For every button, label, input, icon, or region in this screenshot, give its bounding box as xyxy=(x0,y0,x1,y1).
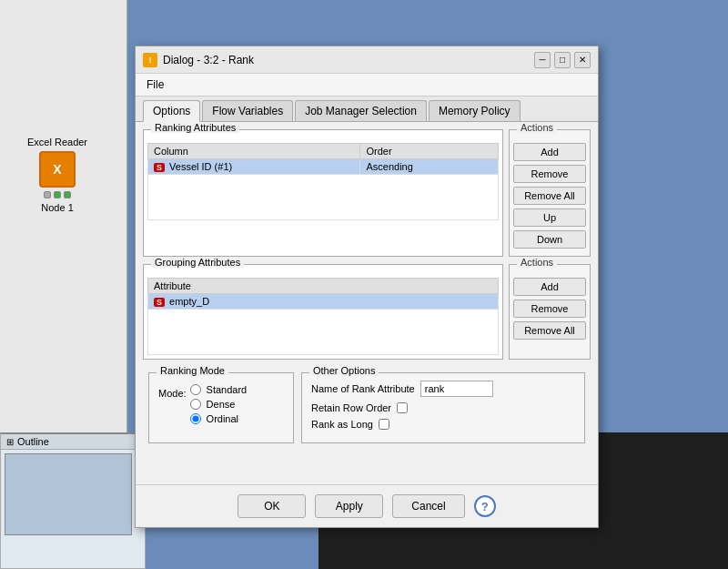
close-button[interactable]: ✕ xyxy=(574,52,591,68)
ok-button[interactable]: OK xyxy=(238,494,306,518)
mode-ordinal-radio[interactable] xyxy=(190,413,201,424)
name-rank-attr-row: Name of Rank Attribute xyxy=(311,381,575,397)
excel-reader-icon: X xyxy=(39,151,76,188)
grouping-actions-panel: Actions Add Remove Remove All xyxy=(509,264,591,360)
rank-as-long-label: Rank as Long xyxy=(311,419,373,430)
table-empty-row xyxy=(148,175,499,220)
retain-row-order-checkbox[interactable] xyxy=(397,402,408,413)
title-bar: ! Dialog - 3:2 - Rank ─ □ ✕ xyxy=(136,46,598,74)
ranking-up-button[interactable]: Up xyxy=(513,208,586,227)
node-dot-2 xyxy=(54,191,61,198)
retain-row-order-label: Retain Row Order xyxy=(311,402,391,413)
grouping-actions-title: Actions xyxy=(517,257,557,268)
ranking-attributes-group: Ranking Attributes Column Order S Vessel… xyxy=(143,129,591,257)
ranking-table: Column Order S Vessel ID (#1) Ascending xyxy=(147,143,499,220)
tab-flow-variables[interactable]: Flow Variables xyxy=(202,100,293,121)
retain-row-order-row: Retain Row Order xyxy=(311,402,575,413)
ranking-mode-title: Ranking Mode xyxy=(157,365,228,376)
minimize-button[interactable]: ─ xyxy=(534,52,551,68)
tabs-container: Options Flow Variables Job Manager Selec… xyxy=(136,97,598,122)
ranking-attributes-title: Ranking Attributes xyxy=(151,122,239,133)
ranking-remove-button[interactable]: Remove xyxy=(513,165,586,183)
name-rank-label: Name of Rank Attribute xyxy=(311,383,415,394)
ranking-attributes-box: Ranking Attributes Column Order S Vessel… xyxy=(143,129,503,257)
mode-ordinal-row: Ordinal xyxy=(190,413,248,424)
ranking-column-cell: S Vessel ID (#1) xyxy=(148,159,360,175)
cancel-button[interactable]: Cancel xyxy=(392,494,464,518)
bottom-options: Ranking Mode Mode: Standard Dense xyxy=(143,367,591,449)
outline-icon: ⊞ xyxy=(6,437,14,447)
other-options-title: Other Options xyxy=(309,365,379,376)
attribute-header: Attribute xyxy=(148,279,499,294)
mode-dense-row: Dense xyxy=(190,399,248,410)
grouping-attributes-group: Grouping Attributes Attribute S empty_D xyxy=(143,264,591,360)
node-name-label: Node 1 xyxy=(27,202,87,213)
help-button[interactable]: ? xyxy=(474,495,496,517)
ranking-remove-all-button[interactable]: Remove All xyxy=(513,187,586,205)
mode-standard-row: Standard xyxy=(190,384,248,395)
s-badge: S xyxy=(154,163,165,172)
grouping-table: Attribute S empty_D xyxy=(147,278,499,355)
outline-panel: ⊞ Outline x xyxy=(0,432,146,569)
mode-options: Standard Dense Ordinal xyxy=(190,384,248,428)
ranking-order-cell: Ascending xyxy=(360,159,499,175)
file-menu[interactable]: File xyxy=(143,76,167,93)
column-header: Column xyxy=(148,144,360,159)
grouping-attributes-title: Grouping Attributes xyxy=(151,257,244,268)
outline-content xyxy=(1,450,145,539)
menu-bar: File xyxy=(136,74,598,97)
other-options-box: Other Options Name of Rank Attribute Ret… xyxy=(301,372,585,443)
table-row[interactable]: S Vessel ID (#1) Ascending xyxy=(148,159,499,175)
title-buttons: ─ □ ✕ xyxy=(534,52,591,68)
ranking-actions-title: Actions xyxy=(517,122,557,133)
grouping-remove-button[interactable]: Remove xyxy=(513,300,586,318)
order-header: Order xyxy=(360,144,499,159)
dialog-title: Dialog - 3:2 - Rank xyxy=(163,54,534,66)
dialog-icon: ! xyxy=(143,53,157,67)
apply-button[interactable]: Apply xyxy=(315,494,383,518)
rank-as-long-row: Rank as Long xyxy=(311,419,575,430)
grouping-add-button[interactable]: Add xyxy=(513,278,586,296)
mode-dense-label: Dense xyxy=(207,399,236,410)
grouping-attribute-cell: S empty_D xyxy=(148,294,499,310)
tab-job-manager[interactable]: Job Manager Selection xyxy=(295,100,427,121)
dialog-window: ! Dialog - 3:2 - Rank ─ □ ✕ File Options… xyxy=(135,46,599,528)
ranking-mode-box: Ranking Mode Mode: Standard Dense xyxy=(148,372,294,443)
left-panel: Excel Reader X Node 1 xyxy=(0,0,127,455)
dialog-footer: OK Apply Cancel ? xyxy=(136,484,598,527)
grouping-attributes-box: Grouping Attributes Attribute S empty_D xyxy=(143,264,503,360)
mode-standard-radio[interactable] xyxy=(190,384,201,395)
table-row[interactable]: S empty_D xyxy=(148,294,499,310)
excel-reader-node: Excel Reader X Node 1 xyxy=(27,137,87,213)
ranking-down-button[interactable]: Down xyxy=(513,230,586,249)
mode-label: Mode: xyxy=(158,388,187,399)
name-rank-input[interactable] xyxy=(420,381,493,397)
node-dot-1 xyxy=(44,191,51,198)
dialog-content: Ranking Attributes Column Order S Vessel… xyxy=(136,122,598,503)
ranking-actions-panel: Actions Add Remove Remove All Up Down xyxy=(509,129,591,257)
excel-reader-label: Excel Reader xyxy=(27,137,87,147)
outline-title: Outline xyxy=(17,436,49,447)
outline-thumbnail xyxy=(5,453,132,535)
rank-as-long-checkbox[interactable] xyxy=(379,419,389,430)
mode-dense-radio[interactable] xyxy=(190,399,201,410)
outline-header: ⊞ Outline x xyxy=(1,434,145,450)
grouping-empty-row xyxy=(148,310,499,355)
mode-standard-label: Standard xyxy=(207,384,248,395)
mode-ordinal-label: Ordinal xyxy=(207,413,238,424)
s-badge-2: S xyxy=(154,298,165,307)
tab-memory-policy[interactable]: Memory Policy xyxy=(429,100,521,121)
node-status-dots xyxy=(27,191,87,198)
maximize-button[interactable]: □ xyxy=(554,52,571,68)
tab-options[interactable]: Options xyxy=(143,100,200,122)
grouping-remove-all-button[interactable]: Remove All xyxy=(513,321,586,340)
ranking-add-button[interactable]: Add xyxy=(513,143,586,161)
node-dot-3 xyxy=(64,191,71,198)
